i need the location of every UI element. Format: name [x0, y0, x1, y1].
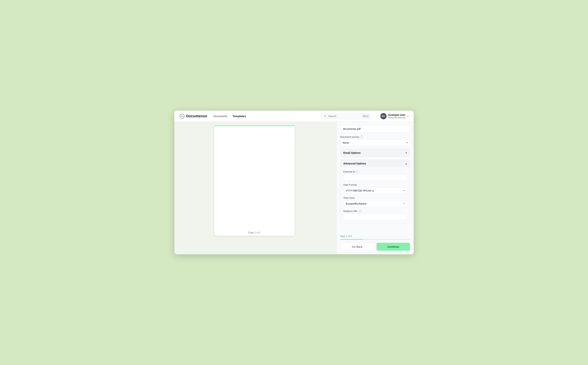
search-input[interactable] [328, 115, 360, 118]
document-access-select-wrapper: None Everyone ▾ [340, 139, 410, 146]
svg-point-1 [324, 115, 326, 117]
nav-documents[interactable]: Documents [213, 114, 228, 119]
document-access-label: Document access i [340, 135, 410, 138]
advanced-options-section: Advanced Options ▴ External ID i Dat [340, 160, 410, 223]
right-panel: Document access i None Everyone ▾ Email … [336, 122, 414, 254]
logo[interactable]: Documenso [180, 114, 207, 119]
date-format-group: Date Format YYYY-MM-DD HH:mm a MM/DD/YYY… [343, 183, 407, 194]
document-access-info-icon[interactable]: i [360, 135, 363, 138]
user-menu[interactable]: EU Example User Personal Account ▾ [380, 113, 408, 119]
search-icon [324, 115, 327, 118]
button-row: Go Back Continue [340, 243, 410, 251]
advanced-options-content: External ID i Date Format YYYY-MM-DD HH:… [340, 167, 410, 223]
go-back-button[interactable]: Go Back [340, 243, 374, 251]
continue-button[interactable]: Continue [376, 243, 410, 251]
filename-input[interactable] [340, 126, 410, 133]
date-format-label: Date Format [343, 183, 407, 186]
user-name: Example User [388, 113, 406, 116]
date-format-select[interactable]: YYYY-MM-DD HH:mm a MM/DD/YYYY DD/MM/YYYY [343, 187, 407, 194]
email-options-title: Email Options [343, 151, 361, 154]
navbar: Documenso Documents Templates ⌘+K EU Exa… [174, 111, 414, 122]
search-bar[interactable]: ⌘+K [321, 113, 372, 119]
search-shortcut: ⌘+K [362, 115, 369, 118]
advanced-options-chevron-icon: ▴ [406, 162, 407, 165]
step-label: Step 1 of 3 [340, 235, 410, 238]
redirect-url-label: Redirect URL i [343, 210, 407, 212]
email-options-section: Email Options ▾ [340, 149, 410, 157]
nav-templates[interactable]: Templates [232, 114, 246, 119]
chevron-down-icon: ▾ [408, 115, 408, 118]
step-bar [340, 239, 410, 240]
app-name: Documenso [186, 114, 207, 118]
advanced-options-header[interactable]: Advanced Options ▴ [340, 160, 410, 167]
user-role: Personal Account [388, 116, 406, 119]
logo-icon [180, 114, 185, 119]
nav-links: Documents Templates [213, 114, 246, 119]
doc-preview: Page 1 of 1 [174, 122, 336, 254]
advanced-options-title: Advanced Options [343, 162, 366, 165]
user-info: Example User Personal Account [388, 113, 406, 119]
timezone-select[interactable]: Europe/Bucharest UTC America/New_York [343, 200, 407, 207]
external-id-group: External ID i [343, 170, 407, 181]
redirect-url-group: Redirect URL i [343, 210, 407, 220]
timezone-label: Time Zone [343, 197, 407, 199]
app-window: Documenso Documents Templates ⌘+K EU Exa… [174, 111, 414, 254]
timezone-select-wrapper: Europe/Bucharest UTC America/New_York ▾ [343, 200, 407, 207]
doc-page-inner [214, 126, 295, 229]
main-content: Page 1 of 1 Document access i None Every… [174, 122, 414, 254]
external-id-input[interactable] [343, 174, 407, 181]
redirect-url-input[interactable] [343, 214, 407, 220]
filename-group [340, 126, 410, 133]
avatar: EU [380, 113, 387, 119]
date-format-select-wrapper: YYYY-MM-DD HH:mm a MM/DD/YYYY DD/MM/YYYY… [343, 187, 407, 194]
document-access-group: Document access i None Everyone ▾ [340, 135, 410, 146]
timezone-group: Time Zone Europe/Bucharest UTC America/N… [343, 197, 407, 207]
email-options-header[interactable]: Email Options ▾ [340, 149, 410, 157]
step-bar-fill [340, 239, 363, 240]
external-id-info-icon[interactable]: i [356, 170, 359, 173]
doc-page-label: Page 1 of 1 [214, 229, 295, 236]
external-id-label: External ID i [343, 170, 407, 173]
document-access-select[interactable]: None Everyone [340, 139, 410, 146]
redirect-url-info-icon[interactable]: i [359, 210, 362, 212]
doc-page: Page 1 of 1 [214, 126, 295, 236]
email-options-chevron-icon: ▾ [406, 151, 407, 154]
step-section: Step 1 of 3 [340, 235, 410, 240]
